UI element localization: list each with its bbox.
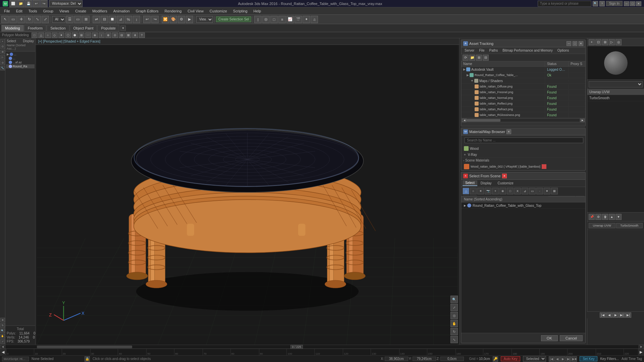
mirror-btn[interactable]: ⇌ xyxy=(93,16,100,23)
sel-xref-btn[interactable]: X xyxy=(514,188,521,194)
asset-tb-2[interactable]: 📁 xyxy=(469,55,475,61)
menu-customize[interactable]: Customize xyxy=(207,8,230,14)
asset-scroll-track[interactable] xyxy=(467,119,580,122)
sel-light-btn[interactable]: ☀ xyxy=(477,188,484,194)
select-close-btn[interactable]: ✕ xyxy=(502,174,507,178)
sel-item-table[interactable]: ▶ Round_Rattan_Coffee_Table_with_Glass_T… xyxy=(461,202,585,209)
named-sel-btn[interactable]: | xyxy=(254,16,262,23)
asset-menu-file[interactable]: File xyxy=(477,48,486,53)
asset-menu-server[interactable]: Server xyxy=(463,48,476,53)
mat-close-btn[interactable]: ✕ xyxy=(506,129,511,134)
snap-toggle-btn[interactable]: 🔲 xyxy=(109,16,116,23)
sel-tab-display[interactable]: Display xyxy=(478,181,494,186)
set-key-btn[interactable]: Set Key xyxy=(580,356,597,361)
undo-btn[interactable]: ↩ xyxy=(33,0,40,7)
unwrap-uvw-btn[interactable]: Unwrap UVW xyxy=(589,223,615,228)
h-scroll-track[interactable]: 0 / 225 xyxy=(5,346,639,348)
asset-tb-4[interactable]: ⊟ xyxy=(483,55,489,61)
material-editor-btn[interactable]: 🎨 xyxy=(170,16,177,23)
last-frame-status-btn[interactable]: ▶■ xyxy=(572,356,577,362)
sel-particle-btn[interactable]: ✦ xyxy=(544,188,550,194)
minimize-button[interactable]: ─ xyxy=(624,1,629,6)
sel-geom-btn[interactable]: △ xyxy=(463,188,469,194)
select-by-name-btn[interactable]: ☰ xyxy=(66,16,73,23)
menu-create[interactable]: Create xyxy=(72,8,89,14)
viewport-canvas[interactable]: X Y Z 🔍 ⤢ ◎ ✋ ↻ ⤡ xyxy=(36,45,459,345)
next-frame-status-btn[interactable]: ▶| xyxy=(566,356,571,362)
scene-item-3[interactable]: ...af.az xyxy=(6,60,35,64)
timeline-left-btn[interactable]: ◀ xyxy=(0,349,6,355)
scene-item-2[interactable]: ... xyxy=(6,56,35,60)
field-of-view-btn[interactable]: ◎ xyxy=(450,312,458,319)
menu-animation[interactable]: Animation xyxy=(111,8,132,14)
poly-tool-10[interactable]: ⊕ xyxy=(92,33,98,38)
help-icon[interactable]: ? xyxy=(599,1,605,6)
search-input[interactable] xyxy=(538,1,591,7)
poly-tool-6[interactable]: ⬡ xyxy=(65,33,71,38)
display-floater-btn[interactable]: □ xyxy=(270,16,278,23)
save-btn[interactable]: 💾 xyxy=(25,0,32,7)
asset-menu-bitmap[interactable]: Bitmap Performance and Memory xyxy=(500,48,555,53)
asset-scroll-right[interactable]: ▶ xyxy=(580,119,585,122)
particle-view-btn[interactable]: ✦ xyxy=(303,16,310,23)
poly-tool-8[interactable]: ⊞ xyxy=(78,33,85,38)
menu-group[interactable]: Group xyxy=(40,8,56,14)
place-btn[interactable]: ⤢ xyxy=(42,16,49,23)
menu-modifiers[interactable]: Modifiers xyxy=(90,8,110,14)
scene-item-4[interactable]: Round_Ra xyxy=(6,64,35,68)
tab-modeling[interactable]: Modeling xyxy=(1,25,24,32)
window-cross-btn[interactable]: ⊞ xyxy=(82,16,90,23)
render-setup-btn[interactable]: ⚙ xyxy=(178,16,185,23)
percent-snap-btn[interactable]: % xyxy=(125,16,132,23)
sel-bone-btn[interactable]: ⊿ xyxy=(522,188,528,194)
asset-scroll-left[interactable]: ◀ xyxy=(462,119,467,122)
poly-tool-11[interactable]: ↕ xyxy=(99,33,105,38)
tab-selection[interactable]: Selection xyxy=(47,25,69,32)
sel-tab-select[interactable]: Select xyxy=(463,180,477,186)
pan-btn[interactable]: ✋ xyxy=(0,334,5,339)
modify-panel-btn[interactable]: ⊡ xyxy=(0,44,5,49)
poly-tool-13[interactable]: ⊙ xyxy=(112,33,118,38)
mod-up-btn[interactable]: ▲ xyxy=(609,214,615,220)
sel-camera-btn[interactable]: 📷 xyxy=(485,188,491,194)
prev-frame-btn[interactable]: ◀ xyxy=(606,312,612,318)
layer-mgr-btn[interactable]: ≡ xyxy=(278,16,286,23)
timeline-right-btn[interactable]: ▶ xyxy=(638,349,644,355)
zoom-btn[interactable]: 🔍 xyxy=(0,328,5,333)
workspace-dropdown[interactable]: Workspace: Default xyxy=(49,0,83,7)
redo-btn[interactable]: ↪ xyxy=(40,0,48,7)
angle-snap-btn[interactable]: ⊿ xyxy=(117,16,124,23)
create-panel-btn[interactable]: + xyxy=(0,39,5,44)
tab-more-btn[interactable]: ▼ xyxy=(120,25,126,31)
poly-tool-3[interactable]: ○ xyxy=(45,33,51,38)
auto-key-btn[interactable]: Auto Key xyxy=(501,356,521,361)
poly-tool-9[interactable]: ⋯ xyxy=(85,33,91,38)
lock-selection-btn[interactable]: 🔒 xyxy=(85,356,90,362)
menu-tools[interactable]: Tools xyxy=(26,8,40,14)
render-frame-btn[interactable]: ▶ xyxy=(186,16,193,23)
zoom-extents-btn[interactable]: ⤢ xyxy=(0,339,5,344)
menu-views[interactable]: Views xyxy=(57,8,72,14)
sel-container-btn[interactable]: ▭ xyxy=(529,188,536,194)
motion-panel-btn[interactable]: ▷ xyxy=(0,55,5,60)
mat-vray-item[interactable]: + V-Ray xyxy=(461,152,585,158)
asset-row-file[interactable]: ▶ Round_Rattan_Coffee_Table_... Ok xyxy=(461,72,585,78)
poly-tool-1[interactable]: □ xyxy=(32,33,38,38)
poly-tool-15[interactable]: ⊠ xyxy=(125,33,131,38)
mod-down-btn[interactable]: ▼ xyxy=(615,214,622,220)
menu-graph-editors[interactable]: Graph Editors xyxy=(133,8,161,14)
snap-3d-btn[interactable]: ⊕ xyxy=(0,318,5,322)
play-status-btn[interactable]: ▶ xyxy=(560,356,566,362)
scale-btn[interactable]: ⤡ xyxy=(34,16,41,23)
display-panel-btn[interactable]: ◎ xyxy=(0,60,5,65)
mod-create-btn[interactable]: + xyxy=(589,39,595,45)
poly-tool-5[interactable]: ✦ xyxy=(58,33,64,38)
mod-display-btn[interactable]: ◎ xyxy=(615,39,622,45)
asset-row-reflect[interactable]: table_rattan_Reflect.png Found xyxy=(461,101,585,107)
scene-mat-wood[interactable]: Wood_rattan_table_002 ( VRayMtl ) [table… xyxy=(461,163,585,170)
select-list[interactable]: ▶ Round_Rattan_Coffee_Table_with_Glass_T… xyxy=(461,202,585,333)
mod-turbosmooth[interactable]: TurboSmooth xyxy=(587,95,644,101)
timeline[interactable]: ◀ 0 10 20 30 40 50 60 70 80 90 100 110 1… xyxy=(0,349,644,355)
create-selection-btn[interactable]: Create Selection Sel xyxy=(216,16,251,22)
z-value[interactable]: 0,0cm xyxy=(440,357,464,361)
